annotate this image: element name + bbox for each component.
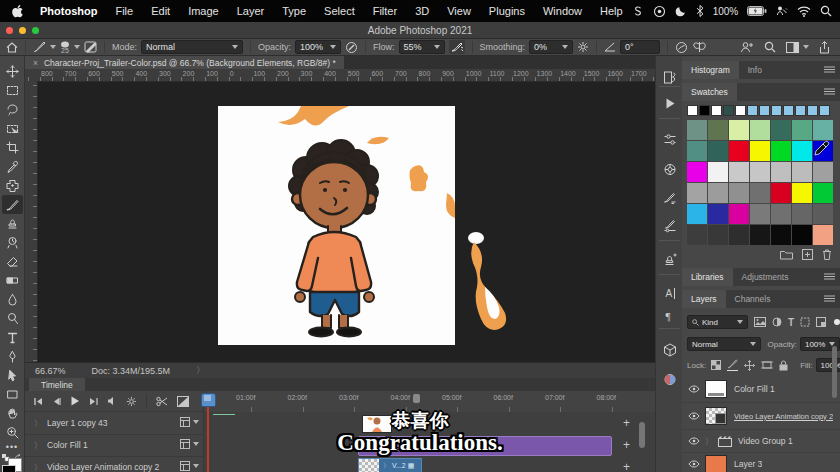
swatch[interactable] [708,120,728,140]
menu-item-photoshop[interactable]: Photoshop [31,5,106,17]
layer-visibility-eye-icon[interactable] [688,412,700,420]
swatch[interactable] [771,141,791,161]
previous-frame-button[interactable] [52,397,61,406]
menu-item-help[interactable]: Help [591,5,632,17]
layer-visibility-eye-icon[interactable] [688,437,700,445]
swatch[interactable] [792,162,812,182]
panel-strip-color-icon[interactable] [656,158,683,182]
timeline-comment-marker[interactable] [413,394,420,403]
swatch[interactable] [807,105,818,116]
swatch[interactable] [699,105,710,116]
timeline-track-row[interactable]: 〉Video Layer Animation copy 2 [25,456,655,472]
swatch[interactable] [729,204,749,224]
clip-thumbnail-layer1[interactable] [362,415,392,433]
foreground-color-swatch[interactable] [2,465,16,472]
split-at-playhead-scissors-icon[interactable] [156,396,168,407]
close-document-icon[interactable]: × [33,58,38,68]
layer-name[interactable]: Layer 3 [734,459,762,469]
new-swatch-icon[interactable] [802,249,813,264]
menu-item-layer[interactable]: Layer [228,5,274,17]
swatch[interactable] [771,120,791,140]
path-selection-tool[interactable] [2,366,23,385]
swatch[interactable] [792,141,812,161]
swatch[interactable] [708,225,728,245]
zoom-level[interactable]: 66.67% [35,366,66,376]
share-for-review-icon[interactable] [740,41,754,53]
timeline-ruler[interactable]: 01:00f02:00f03:00f04:00f05:00f06:00f07:0… [203,391,656,413]
record-icon[interactable] [653,5,666,18]
swatch[interactable] [750,204,770,224]
panel-menu-icon[interactable] [824,273,835,281]
swatch[interactable] [813,120,833,140]
layer-row[interactable]: Layer 3 [682,453,840,472]
clone-stamp-tool[interactable] [2,214,23,233]
swatch[interactable] [819,105,830,116]
swatch[interactable] [771,225,791,245]
canvas[interactable] [218,106,455,345]
swatch[interactable] [783,105,794,116]
panel-strip-actions-icon[interactable] [656,92,683,116]
layers-scrollbar[interactable] [832,346,837,398]
wifi-icon[interactable] [797,6,811,17]
filter-adjustment-layers-icon[interactable] [772,317,782,327]
menu-item-filter[interactable]: Filter [364,5,406,17]
history-brush-tool[interactable] [2,233,23,252]
dodge-tool[interactable] [2,309,23,328]
clip-color-fill-1[interactable]: 〉 Color Fill 1 [358,436,612,456]
swatch[interactable] [711,105,722,116]
add-media-to-track-button[interactable]: + [623,416,630,430]
swatch[interactable] [813,162,833,182]
timeline-track-lane[interactable] [203,456,656,472]
opacity-input[interactable]: 100% [295,40,341,54]
move-tool[interactable] [2,62,23,81]
zoom-tool[interactable] [2,423,23,442]
menu-item-image[interactable]: Image [179,5,228,17]
swatch[interactable] [750,120,770,140]
search-icon[interactable] [764,41,776,53]
track-expand-chevron[interactable]: 〉 [34,440,42,451]
swatch[interactable] [708,204,728,224]
blend-mode-select[interactable]: Normal [141,40,243,54]
airbrush-icon[interactable] [449,40,465,54]
swatch[interactable] [750,183,770,203]
panel-strip-adjustments-icon[interactable] [656,128,683,152]
new-swatch-group-folder-icon[interactable] [780,249,793,264]
tab-swatches[interactable]: Swatches [682,83,737,101]
swatch[interactable] [729,183,749,203]
smoothing-gear-icon[interactable] [577,41,589,53]
mute-audio-button[interactable] [107,396,117,406]
swatch[interactable] [771,204,791,224]
share-icon[interactable] [819,41,830,54]
bluetooth-icon[interactable] [696,5,704,17]
layer-filter-kind-select[interactable]: Kind [687,315,748,329]
lock-all-icon[interactable] [779,360,788,371]
swatch[interactable] [687,204,707,224]
lock-transparency-icon[interactable] [711,360,721,370]
layer-row[interactable]: Video Layer Animation copy 2 [682,403,840,430]
layer-filter-toggle[interactable] [834,319,840,325]
filter-smart-objects-icon[interactable] [816,317,826,327]
track-options-icon[interactable] [180,417,199,427]
track-options-icon[interactable] [180,461,199,471]
swatch[interactable] [723,105,734,116]
document-tab[interactable]: × Character-Proj_Trailer-Color.psd @ 66.… [25,56,344,69]
swatch[interactable] [687,105,698,116]
panel-strip-3d-icon[interactable] [656,338,683,362]
tab-channels[interactable]: Channels [726,290,780,308]
tab-libraries[interactable]: Libraries [682,268,733,286]
go-to-first-frame-button[interactable] [34,397,43,406]
toggle-brush-settings-icon[interactable] [84,41,97,53]
smoothing-input[interactable]: 0% [529,40,573,54]
swatch[interactable] [729,141,749,161]
track-expand-chevron[interactable]: 〉 [34,418,42,429]
menu-item-window[interactable]: Window [534,5,591,17]
home-icon[interactable] [6,42,18,53]
timeline-tab[interactable]: Timeline [29,378,85,391]
layer-thumbnail[interactable] [705,455,727,472]
swatch[interactable] [708,162,728,182]
timeline-settings-gear-icon[interactable] [126,396,137,407]
swatch[interactable] [813,183,833,203]
lasso-tool[interactable] [2,100,23,119]
swatch[interactable] [687,120,707,140]
pen-tool[interactable] [2,347,23,366]
